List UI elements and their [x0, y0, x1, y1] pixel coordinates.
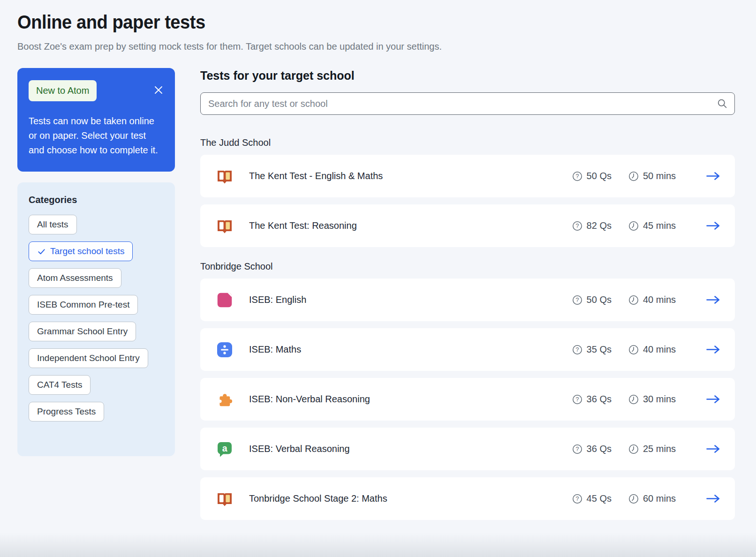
promo-text: Tests can now be taken online or on pape… — [29, 114, 164, 158]
test-row[interactable]: a ISEB: Verbal Reasoning ? 36 Qs 25 mins — [200, 428, 735, 470]
division-icon — [216, 341, 233, 358]
arrow-right-icon[interactable] — [705, 171, 721, 181]
question-count-label: 36 Qs — [587, 444, 612, 454]
arrow-right-icon[interactable] — [705, 344, 721, 355]
search-input[interactable] — [200, 92, 735, 115]
question-count-label: 82 Qs — [587, 220, 612, 231]
category-label: ISEB Common Pre-test — [37, 300, 129, 310]
test-title: Tonbridge School Stage 2: Maths — [249, 493, 572, 504]
question-count-label: 50 Qs — [587, 171, 612, 181]
arrow-right-icon[interactable] — [705, 444, 721, 454]
category-cat4-tests[interactable]: CAT4 Tests — [29, 375, 91, 395]
duration: 50 mins — [628, 171, 676, 181]
question-mark-icon: ? — [572, 295, 582, 305]
category-label: Grammar School Entry — [37, 326, 128, 337]
question-mark-icon: ? — [572, 444, 582, 454]
school-name: Tonbridge School — [200, 261, 735, 272]
school-test-list: ISEB: English ? 50 Qs 40 mins ISEB: Math… — [200, 278, 735, 520]
categories-panel: Categories All tests Target school tests… — [17, 182, 175, 456]
test-row[interactable]: ISEB: English ? 50 Qs 40 mins — [200, 278, 735, 321]
test-title: ISEB: Non-Verbal Reasoning — [249, 394, 572, 405]
category-label: Target school tests — [50, 246, 124, 256]
category-iseb-common-pre-test[interactable]: ISEB Common Pre-test — [29, 295, 138, 315]
question-count-label: 36 Qs — [587, 394, 612, 405]
school-name: The Judd School — [200, 137, 735, 148]
category-all-tests[interactable]: All tests — [29, 215, 77, 234]
duration-label: 40 mins — [643, 294, 676, 305]
school-section: The Judd School The Kent Test - English … — [200, 137, 735, 247]
test-title: The Kent Test - English & Maths — [249, 171, 572, 181]
test-title: ISEB: Verbal Reasoning — [249, 444, 572, 454]
question-mark-icon: ? — [572, 494, 582, 504]
school-section: Tonbridge School ISEB: English ? 50 Qs 4… — [200, 261, 735, 520]
clock-icon — [628, 171, 639, 181]
svg-text:?: ? — [575, 396, 579, 403]
test-row[interactable]: The Kent Test - English & Maths ? 50 Qs … — [200, 155, 735, 197]
school-test-list: The Kent Test - English & Maths ? 50 Qs … — [200, 155, 735, 247]
promo-card: New to Atom Tests can now be taken onlin… — [17, 68, 175, 172]
duration: 40 mins — [628, 344, 676, 355]
clock-icon — [628, 494, 639, 504]
category-label: Atom Assessments — [37, 273, 113, 283]
categories-heading: Categories — [29, 195, 164, 205]
question-count: ? 50 Qs — [572, 171, 612, 181]
promo-card-header: New to Atom — [29, 80, 164, 101]
page-title: Online and paper tests — [17, 11, 205, 33]
svg-text:?: ? — [575, 173, 579, 180]
clock-icon — [628, 394, 639, 405]
svg-text:a: a — [222, 443, 227, 453]
question-mark-icon: ? — [572, 394, 582, 405]
question-mark-icon: ? — [572, 171, 582, 181]
question-mark-icon: ? — [572, 221, 582, 231]
question-count: ? 45 Qs — [572, 493, 612, 504]
question-count: ? 36 Qs — [572, 394, 612, 405]
question-mark-icon: ? — [572, 345, 582, 355]
arrow-right-icon[interactable] — [705, 220, 721, 231]
test-row[interactable]: ISEB: Non-Verbal Reasoning ? 36 Qs 30 mi… — [200, 378, 735, 421]
clock-icon — [628, 221, 639, 231]
scroll-fade — [0, 533, 756, 557]
search-icon[interactable] — [717, 98, 727, 111]
category-independent-school-entry[interactable]: Independent School Entry — [29, 348, 148, 368]
svg-text:?: ? — [575, 297, 579, 303]
test-title: ISEB: Maths — [249, 344, 572, 355]
category-atom-assessments[interactable]: Atom Assessments — [29, 268, 121, 288]
open-book-icon — [216, 490, 233, 507]
arrow-right-icon[interactable] — [705, 394, 721, 405]
clock-icon — [628, 345, 639, 355]
category-progress-tests[interactable]: Progress Tests — [29, 402, 104, 422]
english-book-icon — [216, 292, 233, 309]
search-box — [200, 92, 735, 115]
test-title: ISEB: English — [249, 294, 572, 305]
online-paper-tests-page: Online and paper tests Boost Zoe's exam … — [0, 0, 756, 527]
close-icon[interactable] — [153, 85, 164, 95]
question-count-label: 45 Qs — [587, 493, 612, 504]
category-label: All tests — [37, 219, 68, 230]
test-title: The Kent Test: Reasoning — [249, 220, 572, 231]
arrow-right-icon[interactable] — [705, 294, 721, 305]
duration: 30 mins — [628, 394, 676, 405]
page-subtitle: Boost Zoe's exam prep by setting mock te… — [17, 41, 735, 52]
category-label: Independent School Entry — [37, 353, 140, 363]
svg-text:?: ? — [575, 346, 579, 353]
new-to-atom-badge: New to Atom — [29, 80, 97, 101]
test-row[interactable]: Tonbridge School Stage 2: Maths ? 45 Qs … — [200, 477, 735, 520]
clock-icon — [628, 444, 639, 454]
speech-a-icon: a — [216, 441, 233, 458]
test-row[interactable]: ISEB: Maths ? 35 Qs 40 mins — [200, 328, 735, 371]
duration-label: 45 mins — [643, 220, 676, 231]
open-book-icon — [216, 168, 233, 185]
clock-icon — [628, 295, 639, 305]
sidebar: New to Atom Tests can now be taken onlin… — [17, 68, 175, 456]
arrow-right-icon[interactable] — [705, 493, 721, 504]
duration: 45 mins — [628, 220, 676, 231]
content: New to Atom Tests can now be taken onlin… — [17, 68, 735, 527]
category-target-school-tests[interactable]: Target school tests — [29, 241, 133, 261]
question-count: ? 35 Qs — [572, 344, 612, 355]
question-count: ? 36 Qs — [572, 444, 612, 454]
category-grammar-school-entry[interactable]: Grammar School Entry — [29, 322, 136, 341]
test-row[interactable]: The Kent Test: Reasoning ? 82 Qs 45 mins — [200, 204, 735, 247]
question-count-label: 35 Qs — [587, 344, 612, 355]
question-count-label: 50 Qs — [587, 294, 612, 305]
puzzle-icon — [216, 391, 233, 408]
